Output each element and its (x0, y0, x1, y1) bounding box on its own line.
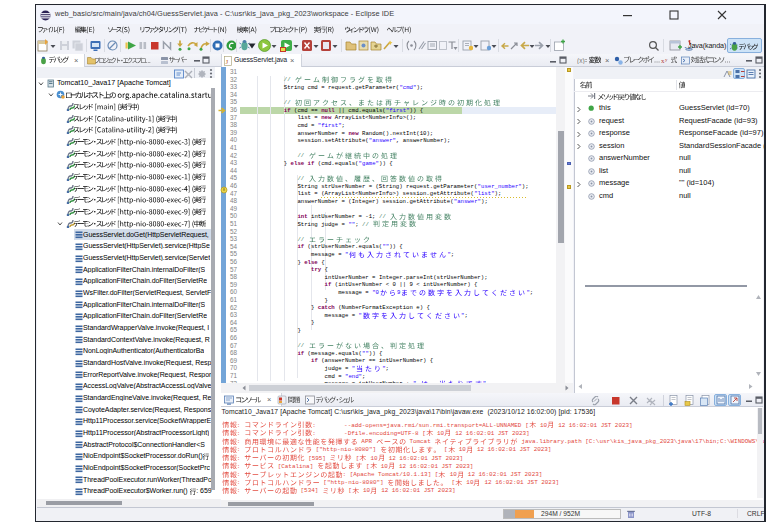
svg-text:y: y (665, 57, 668, 62)
svg-text:(x)=: (x)= (577, 57, 587, 64)
svg-text:J: J (226, 57, 229, 65)
